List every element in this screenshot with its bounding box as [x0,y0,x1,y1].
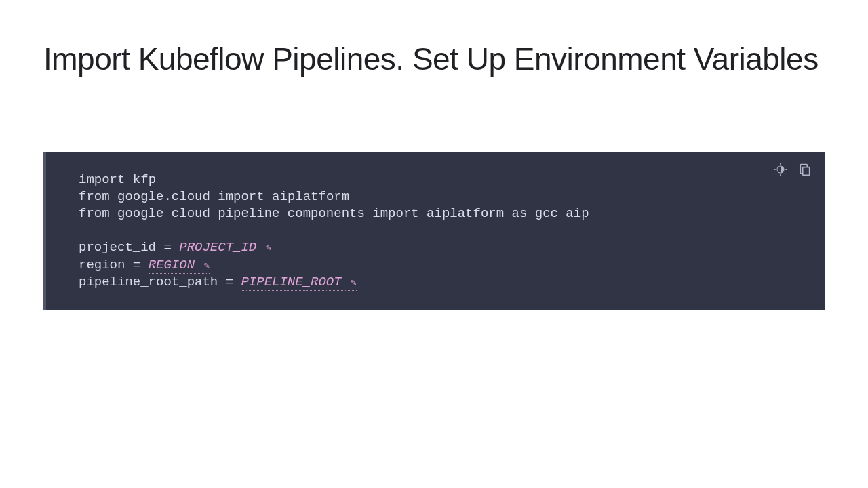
code-line-6: region = REGION ✎ [79,257,792,274]
pencil-icon: ✎ [203,260,209,271]
code-line-7: pipeline_root_path = PIPELINE_ROOT ✎ [79,274,792,291]
pencil-icon: ✎ [351,277,356,288]
code-blank-line [79,222,792,239]
code-line-1: import kfp [79,171,792,188]
code-actions [773,162,812,177]
svg-line-8 [776,174,776,174]
code-line-5: project_id = PROJECT_ID ✎ [79,239,792,256]
svg-line-5 [785,174,785,174]
copy-button[interactable] [797,162,812,177]
code-block: import kfp from google.cloud import aipl… [43,152,825,309]
svg-line-4 [776,165,776,165]
pencil-icon: ✎ [266,243,271,253]
placeholder-project-id[interactable]: PROJECT_ID ✎ [179,240,271,256]
svg-line-9 [785,165,785,165]
slide-title: Import Kubeflow Pipelines. Set Up Enviro… [43,41,825,78]
placeholder-pipeline-root[interactable]: PIPELINE_ROOT ✎ [241,274,356,291]
theme-icon [773,162,788,177]
code-line-3: from google_cloud_pipeline_components im… [79,205,792,222]
code-line-2: from google.cloud import aiplatform [79,188,792,205]
theme-toggle-button[interactable] [773,162,788,177]
svg-rect-10 [803,167,810,176]
copy-icon [798,163,812,176]
placeholder-region[interactable]: REGION ✎ [149,258,210,274]
